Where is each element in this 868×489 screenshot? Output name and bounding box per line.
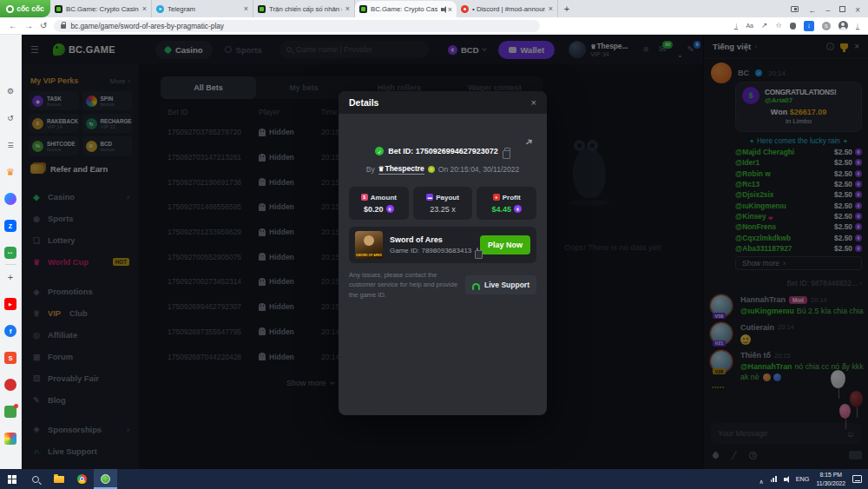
divider [5, 264, 16, 265]
messenger-icon[interactable] [4, 193, 16, 205]
restore-session-icon[interactable] [808, 1, 816, 17]
shopee-icon[interactable] [4, 352, 16, 364]
copy-icon[interactable] [477, 248, 478, 254]
tab-close-icon[interactable] [244, 4, 248, 13]
medal-badge-icon [428, 166, 435, 173]
volume-icon[interactable] [784, 478, 786, 481]
close-window-button[interactable] [855, 1, 860, 17]
save-page-icon[interactable] [734, 22, 738, 30]
keyboard-language[interactable]: ENG [796, 475, 810, 483]
add-shortcut-icon[interactable] [4, 271, 16, 283]
coccoc-logo-icon [6, 5, 14, 13]
copy-icon[interactable] [504, 148, 510, 155]
app-shortcut-icon[interactable] [4, 379, 16, 391]
minimize-button[interactable] [825, 1, 830, 17]
translate-icon[interactable] [746, 22, 753, 30]
tab-close-icon[interactable] [345, 4, 350, 13]
new-tab-button[interactable] [558, 0, 575, 17]
taskbar-clock[interactable]: 8:15 PM 11/30/2022 [816, 471, 845, 486]
tab-favicon [461, 5, 469, 13]
browser-tab[interactable]: • Discord | #mod-announc [457, 0, 558, 17]
browser-tab[interactable]: BC.Game: Crypto Casino Gan [50, 0, 152, 17]
download-manager-icon[interactable] [804, 21, 814, 31]
url-field[interactable]: bc.game/game/sword-of-ares-by-pragmatic-… [54, 20, 540, 32]
game-card: Sword of Ares Game ID: 7898093683413 Pla… [349, 227, 536, 263]
zalo-icon[interactable] [4, 220, 16, 232]
game-thumbnail[interactable] [355, 231, 383, 259]
facebook-icon[interactable] [4, 325, 16, 337]
share-icon[interactable] [761, 22, 767, 30]
youtube-icon[interactable] [4, 298, 16, 310]
game-name: Sword of Ares [390, 235, 473, 244]
browser-tab-strip: cốc cốc BC.Game: Crypto Casino Gan Teleg… [0, 0, 868, 17]
extension-icon[interactable] [822, 22, 831, 30]
tab-favicon [258, 5, 266, 13]
newsfeed-icon[interactable] [4, 139, 16, 151]
reading-panel-icon[interactable] [791, 6, 799, 12]
network-icon[interactable] [771, 476, 777, 482]
coccoc-taskbar-icon[interactable] [94, 469, 117, 489]
headset-icon [472, 283, 480, 289]
start-button[interactable] [0, 469, 23, 489]
browser-tabs: BC.Game: Crypto Casino Gan Telegram Trận… [50, 0, 558, 17]
address-bar: bc.game/game/sword-of-ares-by-pragmatic-… [0, 17, 868, 35]
history-icon[interactable] [4, 112, 16, 124]
stat-box: Profit $4.45 [477, 187, 536, 220]
crown-icon[interactable] [4, 166, 16, 178]
file-explorer-icon[interactable] [47, 469, 70, 489]
system-tray: ENG 8:15 PM 11/30/2022 [759, 471, 868, 486]
chrome-icon[interactable] [70, 469, 94, 489]
browser-tab[interactable]: Telegram [152, 0, 253, 17]
stat-icon [426, 194, 433, 201]
bcgame-app: BC.GAME Casino Sports BCD Wallet [22, 35, 868, 469]
downloads-tray-icon[interactable] [856, 22, 859, 30]
game-id-text: Game ID: 7898093683413 [390, 247, 471, 254]
bcd-coin-icon [514, 205, 522, 213]
hidden-icons-caret[interactable] [759, 472, 763, 487]
forward-button[interactable] [24, 22, 33, 30]
play-now-button[interactable]: Play Now [480, 235, 530, 254]
support-note: Any issues, please contact the customer … [349, 270, 458, 300]
reload-button[interactable] [40, 22, 47, 30]
coccoc-brand-button[interactable]: cốc cốc [0, 0, 50, 17]
adblock-shield-icon[interactable] [790, 23, 796, 30]
browser-extensions [734, 21, 859, 31]
tab-close-icon[interactable] [448, 5, 452, 14]
modal-close-icon[interactable] [531, 97, 536, 108]
tab-favicon [156, 5, 164, 13]
bet-id-text: Bet ID: 1750926994627923072 [388, 147, 498, 155]
bcd-coin-icon [386, 205, 394, 213]
screen: cốc cốc BC.Game: Crypto Casino Gan Teleg… [0, 0, 868, 489]
app-shortcut-icon[interactable] [4, 406, 16, 418]
tab-close-icon[interactable] [142, 4, 147, 13]
games-icon[interactable] [4, 247, 16, 259]
taskbar-search-icon[interactable] [23, 469, 47, 489]
browser-profile-icon[interactable] [838, 21, 848, 30]
verified-shield-icon [375, 147, 384, 155]
back-button[interactable] [9, 22, 17, 30]
live-support-button[interactable]: Live Support [465, 275, 536, 294]
tab-favicon [55, 5, 62, 13]
tab-close-icon[interactable] [549, 4, 553, 13]
stat-box: Amount $0.20 [349, 187, 409, 220]
app-shortcut-icon[interactable] [4, 433, 16, 445]
modal-title: Details [349, 97, 531, 108]
bet-stats: Amount $0.20 Payout 23.25 x Profit $4.45 [349, 187, 536, 220]
window-controls [783, 0, 868, 17]
settings-icon[interactable] [4, 85, 16, 97]
action-center-icon[interactable] [852, 475, 862, 483]
player-name-link[interactable]: Thespectre [378, 164, 424, 175]
stat-box: Payout 23.25 x [413, 187, 473, 220]
lock-icon[interactable] [61, 24, 66, 29]
bet-details-modal: Details Bet ID: 1750926994627923072 By T… [339, 91, 547, 415]
tab-audio-icon[interactable] [441, 8, 444, 11]
bookmark-star-icon[interactable] [775, 22, 782, 30]
browser-side-strip [0, 35, 22, 469]
url-text: bc.game/game/sword-of-ares-by-pragmatic-… [70, 22, 224, 30]
browser-tab[interactable]: Trận chiến cấp số nhân chơi [253, 0, 355, 17]
browser-tab[interactable]: BC.Game: Crypto Casino [355, 1, 457, 17]
stat-icon [361, 194, 368, 201]
tab-favicon [359, 5, 367, 13]
brand-label: cốc cốc [16, 4, 44, 13]
maximize-button[interactable] [839, 6, 845, 12]
